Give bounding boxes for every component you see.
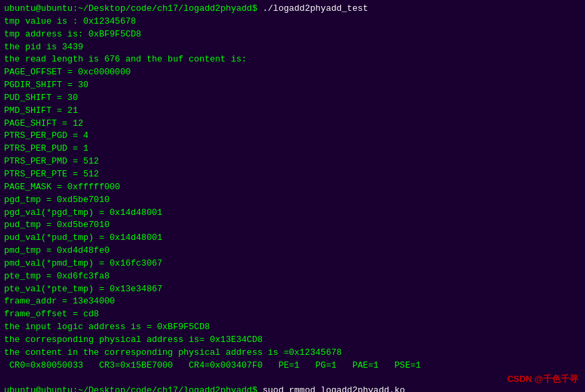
terminal-line: frame_addr = 13e34000: [4, 295, 581, 308]
terminal-line: PUD_SHIFT = 30: [4, 92, 581, 105]
terminal-line: PTRS_PER_PUD = 1: [4, 143, 581, 155]
terminal-line: pte_val(*pte_tmp) = 0x13e34867: [4, 283, 581, 296]
terminal-line: PAGE_MASK = 0xfffff000: [4, 181, 581, 194]
terminal-line: the corresponding physical address is= 0…: [4, 334, 581, 347]
terminal-line: pmd_tmp = 0xd4d48fe0: [4, 245, 581, 258]
terminal-line: PAGE_OFFSET = 0xc0000000: [4, 66, 581, 79]
terminal-line: pud_val(*pud_tmp) = 0x14d48001: [4, 232, 581, 245]
terminal-line: tmp address is: 0xBF9F5CD8: [4, 28, 581, 41]
terminal-line: pud_tmp = 0xd5be7010: [4, 219, 581, 232]
terminal-line: PAGE_SHIFT = 12: [4, 118, 581, 130]
terminal-line: PMD_SHIFT = 21: [4, 105, 581, 118]
terminal-line: pgd_val(*pgd_tmp) = 0x14d48001: [4, 207, 581, 220]
terminal-line: tmp value is : 0x12345678: [4, 16, 581, 28]
terminal-output: ubuntu@ubuntu:~/Desktop/code/ch17/logadd…: [4, 3, 581, 392]
terminal-line: pgd_tmp = 0xd5be7010: [4, 194, 581, 207]
terminal-line: the read length is 676 and the buf conte…: [4, 53, 581, 66]
terminal-line: frame_offset = cd8: [4, 308, 581, 321]
terminal-line: the input logic address is = 0xBF9F5CD8: [4, 321, 581, 334]
terminal-line: PTRS_PER_PMD = 512: [4, 155, 581, 168]
terminal-line: PGDIR_SHIFT = 30: [4, 79, 581, 92]
terminal-line: ubuntu@ubuntu:~/Desktop/code/ch17/logadd…: [4, 385, 581, 392]
terminal-line: CR0=0x80050033 CR3=0x15BE7000 CR4=0x0034…: [4, 360, 581, 372]
terminal-window: ubuntu@ubuntu:~/Desktop/code/ch17/logadd…: [0, 0, 585, 392]
terminal-line: ubuntu@ubuntu:~/Desktop/code/ch17/logadd…: [4, 3, 581, 16]
terminal-line: pte_tmp = 0xd6fc3fa8: [4, 270, 581, 283]
watermark: CSDN @千色千寻: [507, 373, 578, 385]
terminal-line: pmd_val(*pmd_tmp) = 0x16fc3067: [4, 258, 581, 270]
terminal-line: PTRS_PER_PTE = 512: [4, 168, 581, 181]
terminal-line: PTRS_PER_PGD = 4: [4, 130, 581, 143]
terminal-line: [4, 372, 581, 385]
terminal-line: the pid is 3439: [4, 41, 581, 54]
terminal-line: the content in the corresponding physica…: [4, 347, 581, 360]
